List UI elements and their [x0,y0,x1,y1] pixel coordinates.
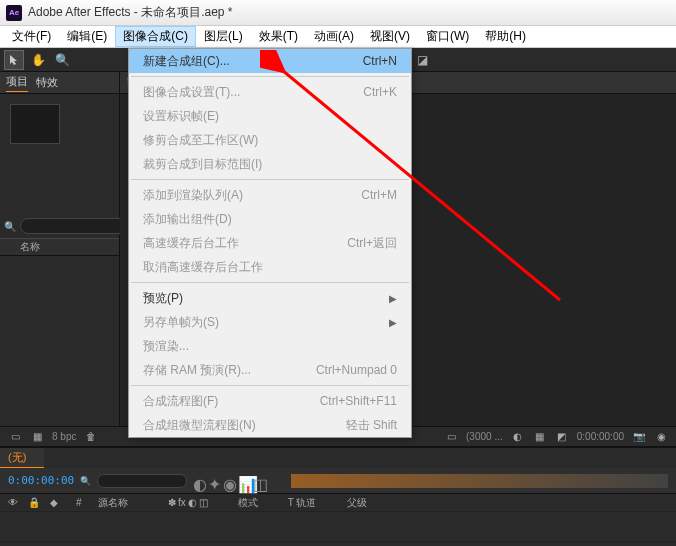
guides-icon[interactable]: ◩ [555,431,569,443]
snap-icon[interactable]: ◪ [412,50,432,70]
project-column-header: 名称 [0,238,119,256]
menu-comp-mini-flowchart[interactable]: 合成组微型流程图(N) 轻击 Shift [129,413,411,437]
selection-tool-icon[interactable] [4,50,24,70]
menu-item-label: 预览(P) [143,290,183,307]
menu-separator [131,179,409,180]
menu-trim-comp-to-work-area[interactable]: 修剪合成至工作区(W) [129,128,411,152]
menu-cache-bg-work[interactable]: 高速缓存后台工作 Ctrl+返回 [129,231,411,255]
camera-icon[interactable]: 📷 [632,431,646,443]
menubar: 文件(F) 编辑(E) 图像合成(C) 图层(L) 效果(T) 动画(A) 视图… [0,26,676,48]
shy-col-icon[interactable]: ✽ [168,497,176,508]
tab-project[interactable]: 项目 [6,74,28,92]
graph-icon[interactable]: 📊 [238,475,250,487]
menu-new-composition[interactable]: 新建合成组(C)... Ctrl+N [129,49,411,73]
menu-item-shortcut: Ctrl+N [363,54,397,68]
menu-layer[interactable]: 图层(L) [196,26,251,47]
hand-tool-icon[interactable]: ✋ [28,50,48,70]
menu-item-label: 添加到渲染队列(A) [143,187,243,204]
col-source-name[interactable]: 源名称 [98,496,128,510]
label-color-icon[interactable]: ◆ [50,497,66,508]
resolution-icon[interactable]: ▭ [444,431,458,443]
menu-composition-settings[interactable]: 图像合成设置(T)... Ctrl+K [129,80,411,104]
timeline-ruler[interactable] [291,474,668,488]
index-label: # [76,497,88,508]
menu-item-label: 预渲染... [143,338,189,355]
fx-col-icon[interactable]: fx [178,497,186,508]
menu-effect[interactable]: 效果(T) [251,26,306,47]
col-track-matte[interactable]: T 轨道 [288,496,317,510]
window-title: Adobe After Effects - 未命名项目.aep * [28,4,233,21]
trash-icon[interactable]: 🗑 [84,431,98,443]
menu-item-label: 合成组微型流程图(N) [143,417,256,434]
timeline-panel: (无) 0:00:00:00 🔍 ◐ ✦ ◉ 📊 ◫ 👁 🔒 ◆ # 源名称 ✽… [0,446,676,546]
menu-add-output-module[interactable]: 添加输出组件(D) [129,207,411,231]
menu-item-shortcut: Ctrl+K [363,85,397,99]
folder-icon[interactable]: ▭ [8,431,22,443]
menu-composition[interactable]: 图像合成(C) [115,26,196,47]
menu-animation[interactable]: 动画(A) [306,26,362,47]
lock-icon[interactable]: 🔒 [28,497,40,508]
app-logo-icon: Ae [6,5,22,21]
tab-effects[interactable]: 特效 [36,75,58,90]
timeline-search-input[interactable] [97,474,187,488]
submenu-arrow-icon: ▶ [389,317,397,328]
menu-item-label: 设置标识帧(E) [143,108,219,125]
menu-separator [131,282,409,283]
col-parent[interactable]: 父级 [347,496,367,510]
composition-thumbnail[interactable] [10,104,60,144]
menu-item-shortcut: Ctrl+M [361,188,397,202]
menu-item-label: 取消高速缓存后台工作 [143,259,263,276]
3d-col-icon[interactable]: ◫ [199,497,208,508]
footer-timecode[interactable]: 0:00:00:00 [577,431,624,442]
grid-toggle-icon[interactable]: ▦ [533,431,547,443]
switch-icons: ✽ fx ◐ ◫ [168,497,208,508]
thumbnail-area [0,94,119,154]
menu-item-label: 合成流程图(F) [143,393,218,410]
project-panel-tabs: 项目 特效 [0,72,119,94]
menu-edit[interactable]: 编辑(E) [59,26,115,47]
bpc-label[interactable]: 8 bpc [52,431,76,442]
menu-cancel-cache-bg-work[interactable]: 取消高速缓存后台工作 [129,255,411,279]
menu-item-label: 另存单帧为(S) [143,314,219,331]
menu-file[interactable]: 文件(F) [4,26,59,47]
eye-icon[interactable]: 👁 [8,497,18,508]
snapshot-icon[interactable]: ◉ [654,431,668,443]
menu-window[interactable]: 窗口(W) [418,26,477,47]
shy-icon[interactable]: ◐ [193,475,205,487]
menu-view[interactable]: 视图(V) [362,26,418,47]
fx-icon[interactable]: ✦ [208,475,220,487]
menu-item-label: 高速缓存后台工作 [143,235,239,252]
menu-save-ram-preview[interactable]: 存储 RAM 预演(R)... Ctrl+Numpad 0 [129,358,411,382]
column-name-label: 名称 [20,240,40,254]
mask-icon[interactable]: ◐ [511,431,525,443]
menu-set-poster-frame[interactable]: 设置标识帧(E) [129,104,411,128]
blur-col-icon[interactable]: ◐ [188,497,197,508]
menu-add-to-render-queue[interactable]: 添加到渲染队列(A) Ctrl+M [129,183,411,207]
menu-save-frame-as[interactable]: 另存单帧为(S) ▶ [129,310,411,334]
timeline-header: 0:00:00:00 🔍 ◐ ✦ ◉ 📊 ◫ [0,468,676,494]
menu-item-label: 新建合成组(C)... [143,53,230,70]
timeline-timecode[interactable]: 0:00:00:00 [8,474,74,487]
zoom-tool-icon[interactable]: 🔍 [52,50,72,70]
menu-separator [131,385,409,386]
menu-preview[interactable]: 预览(P) ▶ [129,286,411,310]
menu-item-label: 添加输出组件(D) [143,211,232,228]
menu-help[interactable]: 帮助(H) [477,26,534,47]
menu-crop-comp-to-roi[interactable]: 裁剪合成到目标范围(I) [129,152,411,176]
3d-icon[interactable]: ◫ [253,475,265,487]
menu-comp-flowchart[interactable]: 合成流程图(F) Ctrl+Shift+F11 [129,389,411,413]
composition-dropdown-menu: 新建合成组(C)... Ctrl+N 图像合成设置(T)... Ctrl+K 设… [128,48,412,438]
motion-blur-icon[interactable]: ◉ [223,475,235,487]
titlebar: Ae Adobe After Effects - 未命名项目.aep * [0,0,676,26]
resolution-info: (3000 ... [466,431,503,442]
submenu-arrow-icon: ▶ [389,293,397,304]
menu-item-shortcut: 轻击 Shift [346,417,397,434]
menu-pre-render[interactable]: 预渲染... [129,334,411,358]
col-mode[interactable]: 模式 [238,496,258,510]
comp-icon[interactable]: ▦ [30,431,44,443]
project-search-row: 🔍 [0,214,119,238]
menu-item-shortcut: Ctrl+Numpad 0 [316,363,397,377]
timeline-tab[interactable]: (无) [0,448,44,468]
menu-item-label: 裁剪合成到目标范围(I) [143,156,262,173]
timeline-columns-row: 👁 🔒 ◆ # 源名称 ✽ fx ◐ ◫ 模式 T 轨道 父级 [0,494,676,512]
